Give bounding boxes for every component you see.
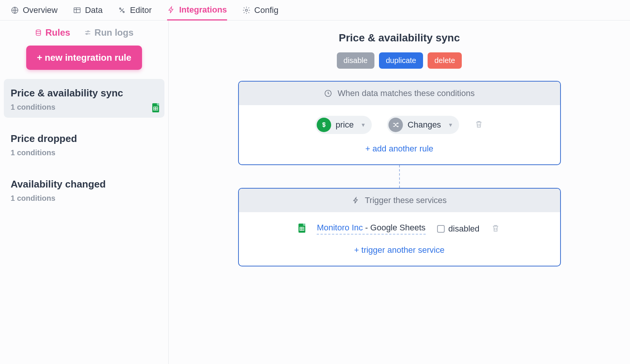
google-sheets-icon xyxy=(152,103,159,114)
database-icon xyxy=(35,29,42,36)
panel-connector xyxy=(399,165,400,188)
google-sheets-icon xyxy=(298,224,305,234)
nav-overview-label: Overview xyxy=(23,5,58,15)
service-disabled-checkbox[interactable] xyxy=(437,225,445,233)
nav-data[interactable]: Data xyxy=(73,0,103,20)
trigger-another-service-link[interactable]: + trigger another service xyxy=(246,245,553,255)
rule-item-2[interactable]: Availability changed 1 conditions xyxy=(4,170,164,209)
duplicate-button[interactable]: duplicate xyxy=(379,52,423,69)
service-suffix: - Google Sheets xyxy=(363,223,426,232)
globe-icon xyxy=(11,6,19,14)
svg-point-5 xyxy=(36,30,41,32)
rule-item-title: Price & availability sync xyxy=(11,87,158,99)
rule-item-conditions: 1 conditions xyxy=(11,148,158,157)
condition-field-label: price xyxy=(336,120,354,130)
trigger-panel: Trigger these services Monitoro Inc - Go… xyxy=(238,188,561,266)
svg-rect-1 xyxy=(74,8,80,13)
rule-item-0[interactable]: Price & availability sync 1 conditions xyxy=(4,79,164,118)
tools-icon xyxy=(118,6,126,14)
conditions-header-text: When data matches these conditions xyxy=(338,88,475,98)
service-link[interactable]: Monitoro Inc - Google Sheets xyxy=(317,223,425,235)
bolt-icon xyxy=(167,6,175,14)
sidebar-tab-runlogs[interactable]: Run logs xyxy=(84,27,134,38)
chevron-down-icon: ▼ xyxy=(448,122,453,128)
service-name: Monitoro Inc xyxy=(317,223,363,232)
gear-icon xyxy=(242,6,251,14)
rule-item-title: Price dropped xyxy=(11,133,158,145)
nav-config-label: Config xyxy=(254,5,279,15)
shuffle-icon xyxy=(388,118,403,132)
condition-operator-select[interactable]: Changes ▼ xyxy=(387,116,459,134)
delete-service-button[interactable] xyxy=(491,224,500,234)
sidebar-tab-rules[interactable]: Rules xyxy=(35,27,70,38)
dollar-icon xyxy=(317,118,331,132)
sidebar: Rules Run logs + new integration rule Pr… xyxy=(0,20,169,364)
sliders-icon xyxy=(84,29,92,36)
nav-editor[interactable]: Editor xyxy=(118,0,152,20)
service-disabled-label: disabled xyxy=(448,224,480,234)
delete-condition-button[interactable] xyxy=(474,120,483,130)
svg-point-6 xyxy=(87,31,88,32)
condition-field-select[interactable]: price ▼ xyxy=(315,116,372,134)
rule-item-1[interactable]: Price dropped 1 conditions xyxy=(4,124,164,163)
chevron-down-icon: ▼ xyxy=(360,122,366,128)
svg-point-4 xyxy=(245,9,248,11)
condition-operator-label: Changes xyxy=(407,120,441,130)
svg-point-7 xyxy=(86,33,87,35)
sidebar-tab-rules-label: Rules xyxy=(45,27,70,38)
nav-integrations[interactable]: Integrations xyxy=(167,0,227,20)
clock-icon xyxy=(324,89,332,98)
nav-editor-label: Editor xyxy=(130,5,152,15)
rule-item-conditions: 1 conditions xyxy=(11,103,158,112)
sidebar-tab-runlogs-label: Run logs xyxy=(95,27,134,38)
add-another-rule-link[interactable]: + add another rule xyxy=(246,144,553,154)
table-icon xyxy=(73,6,81,14)
rule-title: Price & availability sync xyxy=(191,32,607,44)
rule-item-title: Availability changed xyxy=(11,178,158,190)
top-nav: Overview Data Editor Integrations Config xyxy=(0,0,630,20)
disable-button[interactable]: disable xyxy=(337,52,374,69)
main-content: Price & availability sync disable duplic… xyxy=(169,20,630,364)
nav-config[interactable]: Config xyxy=(242,0,279,20)
rule-item-conditions: 1 conditions xyxy=(11,194,158,203)
nav-overview[interactable]: Overview xyxy=(11,0,58,20)
nav-integrations-label: Integrations xyxy=(179,5,227,15)
trigger-header-text: Trigger these services xyxy=(365,195,447,205)
new-integration-rule-button[interactable]: + new integration rule xyxy=(26,46,142,70)
conditions-panel: When data matches these conditions price… xyxy=(238,81,561,165)
delete-button[interactable]: delete xyxy=(428,52,462,69)
nav-data-label: Data xyxy=(85,5,103,15)
bolt-icon xyxy=(352,197,360,204)
